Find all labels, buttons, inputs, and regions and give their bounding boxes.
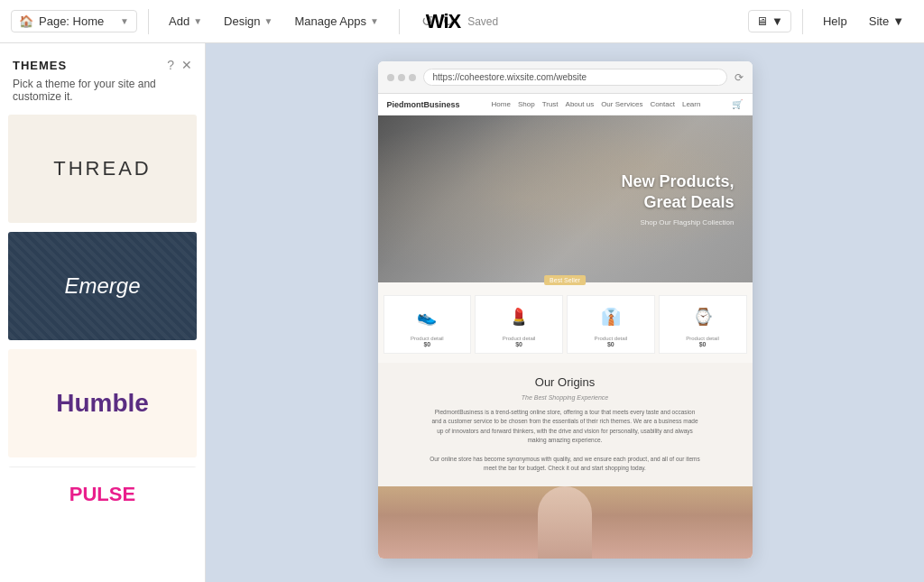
product-icon-cosmetic: 💄: [505, 303, 532, 330]
wix-logo: WiX Saved: [426, 10, 498, 33]
theme-card-thread[interactable]: THREAD: [7, 114, 198, 224]
topbar: 🏠 Page: Home ▼ Add ▼ Design ▼ Manage App…: [0, 0, 924, 43]
themes-title: THEMES: [13, 59, 67, 72]
site-nav: PiedmontBusiness Home Shop Trust About u…: [378, 94, 753, 115]
site-cart-icon: 🛒: [732, 99, 743, 109]
product-price-1: $0: [423, 341, 430, 347]
nav-home: Home: [492, 100, 511, 108]
product-item-shirt: 👔 Product detail $0: [567, 295, 655, 354]
site-hero-text: New Products,Great Deals Shop Our Flagsh…: [621, 171, 734, 227]
origins-title: Our Origins: [405, 375, 725, 389]
best-seller-badge: Best Seller: [544, 275, 586, 285]
manage-apps-menu-button[interactable]: Manage Apps ▼: [285, 11, 387, 32]
page-home-icon: 🏠: [19, 14, 33, 28]
themes-header-icons: ? ✕: [167, 58, 192, 72]
theme-humble-preview: Humble: [8, 349, 197, 457]
topbar-right: 🖥 ▼ Help Site ▼: [748, 9, 913, 34]
browser-dot-yellow: [398, 74, 405, 81]
theme-card-humble[interactable]: Humble: [7, 348, 198, 458]
desktop-icon: 🖥: [756, 14, 768, 28]
browser-url-text: https://coheestore.wixsite.com/website: [433, 72, 587, 82]
browser-dot-red: [387, 74, 394, 81]
themes-header: THEMES ? ✕: [0, 43, 205, 78]
product-price-3: $0: [607, 341, 614, 347]
themes-subtitle: Pick a theme for your site and customize…: [0, 78, 205, 114]
product-icon-shirt: 👔: [597, 303, 624, 330]
design-menu-button[interactable]: Design ▼: [215, 11, 282, 32]
canvas-area: https://coheestore.wixsite.com/website ⟳…: [206, 43, 924, 582]
help-button[interactable]: Help: [814, 11, 856, 32]
topbar-divider-2: [399, 9, 400, 34]
origins-text: PiedmontBusiness is a trend-setting onli…: [430, 408, 700, 474]
site-menu-button[interactable]: Site ▼: [860, 11, 913, 32]
product-item-shoe: 👟 Product detail $0: [383, 295, 472, 354]
product-item-watch: ⌚ Product detail $0: [659, 295, 747, 354]
theme-card-pulse[interactable]: PULSE: [7, 466, 198, 522]
theme-card-emerge[interactable]: Emerge: [7, 231, 198, 341]
theme-emerge-label: Emerge: [64, 273, 140, 299]
origins-subtitle: The Best Shopping Experience: [405, 394, 725, 401]
site-hero-subtitle: Shop Our Flagship Collection: [621, 218, 734, 226]
site-brand: PiedmontBusiness: [387, 100, 460, 109]
browser-chrome: https://coheestore.wixsite.com/website ⟳: [378, 61, 753, 94]
device-chevron-icon: ▼: [772, 14, 783, 28]
design-chevron-icon: ▼: [264, 16, 273, 26]
site-products-section: Best Seller ‹ 👟 Product detail $0 💄 Prod…: [378, 282, 753, 363]
browser-dot-green: [409, 74, 416, 81]
browser-refresh-icon[interactable]: ⟳: [735, 71, 744, 84]
page-selector-label: Page: Home: [39, 14, 104, 28]
main-layout: THEMES ? ✕ Pick a theme for your site an…: [0, 43, 924, 582]
theme-humble-label: Humble: [56, 389, 149, 418]
nav-contact: Contact: [650, 100, 675, 108]
site-nav-links: Home Shop Trust About us Our Services Co…: [492, 100, 701, 108]
site-origins-section: Our Origins The Best Shopping Experience…: [378, 363, 753, 486]
product-item-cosmetic: 💄 Product detail $0: [475, 295, 563, 354]
add-menu-button[interactable]: Add ▼: [160, 11, 211, 32]
manage-apps-chevron-icon: ▼: [370, 16, 379, 26]
browser-traffic-lights: [387, 74, 416, 81]
product-icon-watch: ⌚: [689, 303, 716, 330]
nav-services: Our Services: [601, 100, 642, 108]
site-hero-title: New Products,Great Deals: [621, 171, 734, 214]
products-grid: 👟 Product detail $0 💄 Product detail $0 …: [383, 295, 747, 354]
browser-url-bar[interactable]: https://coheestore.wixsite.com/website: [423, 69, 727, 86]
nav-trust: Trust: [542, 100, 559, 108]
nav-learn: Learn: [682, 100, 700, 108]
product-price-2: $0: [515, 341, 522, 347]
theme-pulse-label: PULSE: [69, 483, 135, 506]
saved-status: Saved: [467, 15, 498, 28]
device-selector[interactable]: 🖥 ▼: [748, 10, 791, 32]
nav-about: About us: [566, 100, 595, 108]
topbar-divider-1: [148, 9, 149, 34]
theme-thread-label: THREAD: [53, 157, 151, 180]
themes-panel: THEMES ? ✕ Pick a theme for your site an…: [0, 43, 206, 582]
page-selector-chevron: ▼: [120, 16, 129, 26]
close-icon[interactable]: ✕: [181, 58, 192, 72]
wix-logo-text: WiX: [426, 10, 460, 33]
browser-preview: https://coheestore.wixsite.com/website ⟳…: [378, 61, 753, 559]
nav-shop: Shop: [518, 100, 535, 108]
site-chevron-icon: ▼: [892, 14, 904, 28]
page-selector[interactable]: 🏠 Page: Home ▼: [11, 10, 137, 32]
theme-pulse-preview: PULSE: [8, 467, 197, 521]
site-bottom-photo: [378, 486, 753, 559]
bottom-photo-face: [538, 486, 592, 559]
theme-emerge-preview: Emerge: [8, 232, 197, 340]
product-price-4: $0: [699, 341, 707, 347]
topbar-divider-3: [802, 9, 803, 34]
add-chevron-icon: ▼: [193, 16, 202, 26]
help-icon[interactable]: ?: [167, 58, 174, 72]
product-icon-shoe: 👟: [413, 303, 440, 330]
site-hero: New Products,Great Deals Shop Our Flagsh…: [378, 115, 753, 282]
theme-thread-preview: THREAD: [8, 115, 197, 223]
